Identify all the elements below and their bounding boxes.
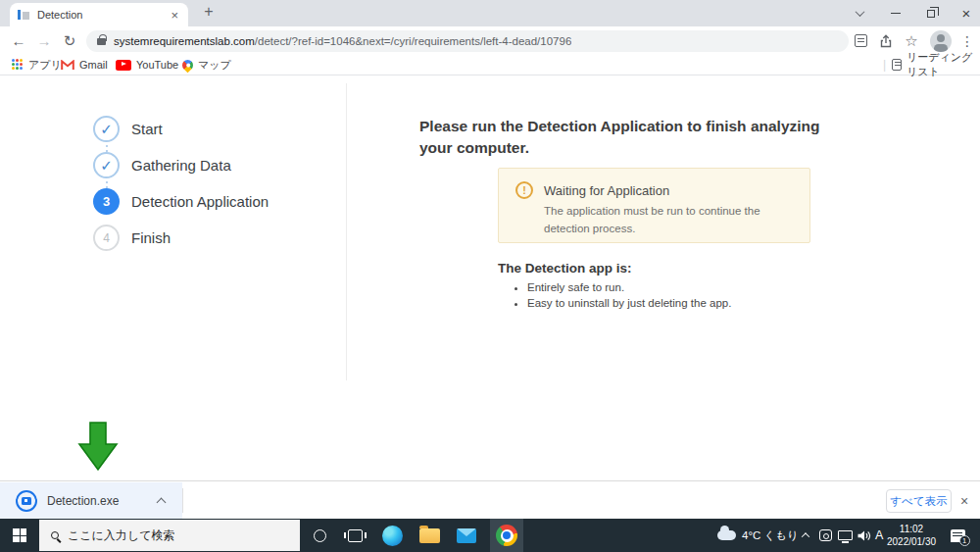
step-detection-application: 3 Detection Application <box>93 188 269 215</box>
alert-box: ! Waiting for Application The applicatio… <box>498 168 810 243</box>
meet-now-button[interactable] <box>815 519 835 552</box>
bookmark-separator: | <box>883 55 886 75</box>
restore-icon <box>927 10 935 18</box>
address-bar[interactable]: systemrequirementslab.com/detect/?ref-id… <box>86 30 849 52</box>
mail-app-button[interactable] <box>450 519 483 552</box>
start-button[interactable] <box>0 519 39 552</box>
close-icon: × <box>962 5 971 22</box>
reading-list-icon <box>892 59 902 71</box>
new-tab-button[interactable]: + <box>198 3 220 21</box>
step-label: Finish <box>131 229 171 246</box>
step-label: Detection Application <box>131 193 269 210</box>
browser-toolbar: ← → ↻ systemrequirementslab.com/detect/?… <box>0 26 980 55</box>
clock-date: 2022/01/30 <box>887 535 936 549</box>
avatar-icon <box>930 30 952 52</box>
tab-title: Detection <box>37 9 169 21</box>
edge-icon <box>382 526 403 546</box>
action-center-button[interactable]: 1 <box>943 519 972 552</box>
reading-list-label: リーディング リスト <box>906 50 980 79</box>
step-finish: 4 Finish <box>93 225 171 251</box>
forward-button[interactable]: → <box>31 26 57 55</box>
site-favicon <box>18 9 29 21</box>
task-view-button[interactable] <box>338 519 371 552</box>
step-check-circle: ✓ <box>93 116 120 142</box>
tab-search-button[interactable] <box>843 0 876 26</box>
volume-button[interactable] <box>855 519 874 552</box>
gmail-icon <box>61 60 74 71</box>
network-icon <box>838 530 853 540</box>
file-explorer-button[interactable] <box>413 519 446 552</box>
chrome-app-button-active[interactable] <box>490 519 523 552</box>
ime-indicator[interactable]: A <box>875 519 883 552</box>
maps-pin-icon <box>180 57 196 73</box>
weather-icon-button[interactable] <box>713 519 739 552</box>
windows-logo-icon <box>13 528 26 542</box>
minimize-icon <box>891 13 901 15</box>
reload-button[interactable]: ↻ <box>57 26 82 55</box>
cortana-button[interactable] <box>303 519 336 552</box>
translate-button[interactable] <box>849 26 872 55</box>
share-button[interactable] <box>874 26 898 55</box>
taskbar: ここに入力して検索 4°C くもり A 11:02 2022/01/30 1 <box>0 519 980 552</box>
bookmark-apps[interactable]: アプリ <box>12 55 62 75</box>
bookmark-gmail[interactable]: Gmail <box>61 55 108 75</box>
taskbar-clock[interactable]: 11:02 2022/01/30 <box>887 519 936 552</box>
back-button[interactable]: ← <box>6 26 31 55</box>
reading-list-button[interactable]: リーディング リスト <box>892 55 980 75</box>
chevron-down-icon <box>855 7 864 17</box>
mail-icon <box>457 528 476 543</box>
restore-button[interactable] <box>914 0 948 26</box>
lock-icon[interactable] <box>97 38 106 45</box>
column-divider <box>346 83 347 380</box>
edge-app-button[interactable] <box>375 519 409 552</box>
list-item: Easy to uninstall by just deleting the a… <box>527 297 731 309</box>
chrome-icon <box>496 525 517 546</box>
bookmarks-bar: アプリ Gmail YouTube マップ | リーディング リスト <box>0 55 980 75</box>
page-title: Please run the Detection Application to … <box>419 116 853 160</box>
download-options-button[interactable] <box>158 492 165 510</box>
step-gathering-data: ✓ Gathering Data <box>93 152 231 178</box>
url-text: systemrequirementslab.com/detect/?ref-id… <box>114 35 571 47</box>
show-all-downloads-button[interactable]: すべて表示 <box>886 489 952 513</box>
app-info-list: Entirely safe to run. Easy to uninstall … <box>514 281 731 313</box>
warning-icon: ! <box>515 181 533 199</box>
browser-tab[interactable]: Detection × <box>10 3 188 26</box>
window-close-button[interactable]: × <box>950 0 980 26</box>
download-file-icon <box>16 490 37 512</box>
step-connector <box>106 145 108 152</box>
bookmark-maps[interactable]: マップ <box>182 55 231 75</box>
tab-strip: Detection × + × <box>0 0 980 26</box>
step-check-circle: ✓ <box>93 152 120 178</box>
step-label: Gathering Data <box>131 157 231 174</box>
step-start: ✓ Start <box>93 116 163 142</box>
chevron-up-icon <box>157 497 167 507</box>
network-button[interactable] <box>835 519 855 552</box>
step-connector <box>106 181 108 188</box>
download-file-name: Detection.exe <box>47 494 158 508</box>
folder-icon <box>419 528 440 543</box>
tab-close-icon[interactable]: × <box>169 8 180 23</box>
download-item[interactable]: Detection.exe <box>0 482 182 519</box>
clock-time: 11:02 <box>900 523 923 536</box>
weather-text[interactable]: 4°C くもり <box>742 519 799 552</box>
step-label: Start <box>131 121 163 137</box>
notification-badge: 1 <box>959 535 970 546</box>
bookmark-label: Gmail <box>79 59 108 71</box>
step-number-circle: 3 <box>93 188 120 215</box>
chevron-up-icon <box>802 532 809 540</box>
tray-overflow-button[interactable] <box>796 519 815 552</box>
alert-body: The application must be run to continue … <box>544 203 791 238</box>
translate-icon <box>855 34 867 47</box>
page-content: ✓ Start ✓ Gathering Data 3 Detection App… <box>0 76 980 480</box>
meet-now-icon <box>819 529 832 541</box>
app-info-heading: The Detection app is: <box>498 261 632 276</box>
alert-title: Waiting for Application <box>544 183 669 198</box>
bookmark-youtube[interactable]: YouTube <box>116 55 178 75</box>
download-bar-close-button[interactable]: × <box>955 481 974 520</box>
action-center-icon: 1 <box>951 529 965 542</box>
taskbar-search-box[interactable]: ここに入力して検索 <box>39 520 300 551</box>
cloud-icon <box>717 530 736 540</box>
minimize-button[interactable] <box>879 0 912 26</box>
url-domain: systemrequirementslab.com <box>114 35 255 47</box>
download-bar: Detection.exe すべて表示 × <box>0 480 980 519</box>
